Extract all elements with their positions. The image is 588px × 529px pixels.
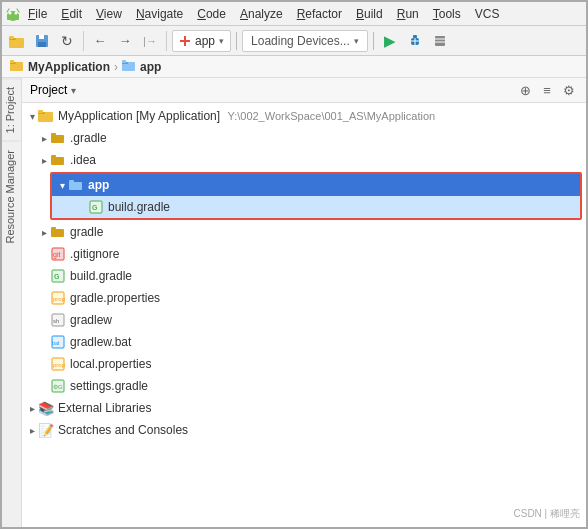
gradle-props-icon: prop xyxy=(50,290,66,306)
breadcrumb-project[interactable]: MyApplication xyxy=(28,60,110,74)
gradle-dir-label: gradle xyxy=(70,225,582,239)
external-libs-expand xyxy=(26,402,38,414)
menu-analyze[interactable]: Analyze xyxy=(234,5,289,23)
app-config-dropdown[interactable]: app ▾ xyxy=(172,30,231,52)
gradle-dir-expand xyxy=(38,226,50,238)
idea-folder-icon xyxy=(50,152,66,168)
tree-gradlew[interactable]: sh gradlew xyxy=(22,309,586,331)
app-label: app xyxy=(195,34,215,48)
run-btn[interactable]: ▶ xyxy=(379,30,401,52)
menu-build[interactable]: Build xyxy=(350,5,389,23)
panel-globe-btn[interactable]: ⊕ xyxy=(516,81,534,99)
debug-btn[interactable] xyxy=(404,30,426,52)
tree-external-libs[interactable]: 📚 External Libraries xyxy=(22,397,586,419)
menu-run[interactable]: Run xyxy=(391,5,425,23)
refresh-btn[interactable]: ↻ xyxy=(56,30,78,52)
breadcrumb: MyApplication › app xyxy=(2,56,586,78)
tree-view: MyApplication [My Application] Y:\002_Wo… xyxy=(22,103,586,529)
tree-idea-folder[interactable]: .idea xyxy=(22,149,586,171)
svg-rect-1 xyxy=(7,14,19,20)
loading-devices-btn[interactable]: Loading Devices... ▾ xyxy=(242,30,368,52)
gradlew-bat-icon: bat xyxy=(50,334,66,350)
nav3-btn[interactable]: |→ xyxy=(139,30,161,52)
svg-rect-11 xyxy=(39,35,44,39)
svg-text:G: G xyxy=(92,204,98,211)
svg-text:bat: bat xyxy=(52,340,60,346)
tree-settings-gradle[interactable]: ⚙G settings.gradle xyxy=(22,375,586,397)
side-tab-project[interactable]: 1: Project xyxy=(2,78,21,141)
app-folder-label: app xyxy=(88,178,576,192)
breadcrumb-module[interactable]: app xyxy=(140,60,161,74)
app-build-gradle-label: build.gradle xyxy=(108,200,576,214)
tree-scratches[interactable]: 📝 Scratches and Consoles xyxy=(22,419,586,441)
tree-gradle-properties[interactable]: prop gradle.properties xyxy=(22,287,586,309)
gradlew-label: gradlew xyxy=(70,313,582,327)
gradlew-bat-label: gradlew.bat xyxy=(70,335,582,349)
breadcrumb-separator: › xyxy=(114,60,118,74)
tree-gitignore[interactable]: git .gitignore xyxy=(22,243,586,265)
menu-view[interactable]: View xyxy=(90,5,128,23)
gradle-properties-label: gradle.properties xyxy=(70,291,582,305)
toolbar: ↻ ← → |→ app ▾ Loading Devices... ▾ ▶ xyxy=(2,26,586,56)
tree-root[interactable]: MyApplication [My Application] Y:\002_Wo… xyxy=(22,105,586,127)
svg-rect-13 xyxy=(413,35,417,38)
breadcrumb-folder-icon xyxy=(122,59,136,74)
project-panel: Project ▾ ⊕ ≡ ⚙ xyxy=(22,78,586,529)
back-btn[interactable]: ← xyxy=(89,30,111,52)
tree-gradle-dir[interactable]: gradle xyxy=(22,221,586,243)
svg-rect-10 xyxy=(38,42,46,47)
menu-vcs[interactable]: VCS xyxy=(469,5,506,23)
build-gradle-icon: G xyxy=(88,199,104,215)
tree-root-build-gradle[interactable]: G build.gradle xyxy=(22,265,586,287)
panel-header: Project ▾ ⊕ ≡ ⚙ xyxy=(22,78,586,103)
panel-lines-btn[interactable]: ≡ xyxy=(538,81,556,99)
svg-rect-30 xyxy=(51,157,64,165)
run-icon: ▶ xyxy=(384,32,396,50)
open-folder-btn[interactable] xyxy=(6,30,28,52)
svg-text:prop: prop xyxy=(53,296,65,302)
svg-rect-28 xyxy=(51,135,64,143)
tree-local-properties[interactable]: prop local.properties xyxy=(22,353,586,375)
local-properties-label: local.properties xyxy=(70,357,582,371)
menu-code[interactable]: Code xyxy=(191,5,232,23)
tree-app-build-gradle[interactable]: G build.gradle xyxy=(52,196,580,218)
scratches-label: Scratches and Consoles xyxy=(58,423,582,437)
dropdown-arrow: ▾ xyxy=(219,36,224,46)
root-folder-icon xyxy=(38,108,54,124)
app-folder-icon xyxy=(68,177,84,193)
menu-file[interactable]: File xyxy=(22,5,53,23)
main-area: 1: Project Resource Manager Project ▾ ⊕ … xyxy=(2,78,586,529)
profile-btn[interactable] xyxy=(429,30,451,52)
loading-devices-label: Loading Devices... xyxy=(251,34,350,48)
svg-line-4 xyxy=(7,9,9,12)
panel-actions: ⊕ ≡ ⚙ xyxy=(516,81,578,99)
menu-tools[interactable]: Tools xyxy=(427,5,467,23)
gradle-dir-icon xyxy=(50,224,66,240)
gitignore-icon: git xyxy=(50,246,66,262)
tree-app-folder[interactable]: app xyxy=(52,174,580,196)
svg-rect-33 xyxy=(69,180,74,183)
panel-title-arrow[interactable]: ▾ xyxy=(71,85,76,96)
save-btn[interactable] xyxy=(31,30,53,52)
root-path: Y:\002_WorkSpace\001_AS\MyApplication xyxy=(227,110,435,122)
menu-refactor[interactable]: Refactor xyxy=(291,5,348,23)
forward-btn[interactable]: → xyxy=(114,30,136,52)
root-build-gradle-label: build.gradle xyxy=(70,269,582,283)
panel-gear-btn[interactable]: ⚙ xyxy=(560,81,578,99)
idea-folder-expand xyxy=(38,154,50,166)
svg-rect-24 xyxy=(122,60,126,63)
svg-rect-16 xyxy=(435,36,445,46)
tree-gradlew-bat[interactable]: bat gradlew.bat xyxy=(22,331,586,353)
tree-gradle-folder[interactable]: .gradle xyxy=(22,127,586,149)
external-libs-icon: 📚 xyxy=(38,400,54,416)
menu-edit[interactable]: Edit xyxy=(55,5,88,23)
svg-rect-31 xyxy=(51,155,56,158)
side-tab-resource-manager[interactable]: Resource Manager xyxy=(2,141,21,252)
cross-icon xyxy=(179,35,191,47)
svg-line-5 xyxy=(17,9,19,12)
svg-rect-21 xyxy=(10,60,14,63)
svg-text:G: G xyxy=(54,273,60,280)
svg-rect-27 xyxy=(38,110,43,113)
menu-navigate[interactable]: Navigate xyxy=(130,5,189,23)
side-tabs: 1: Project Resource Manager xyxy=(2,78,22,529)
